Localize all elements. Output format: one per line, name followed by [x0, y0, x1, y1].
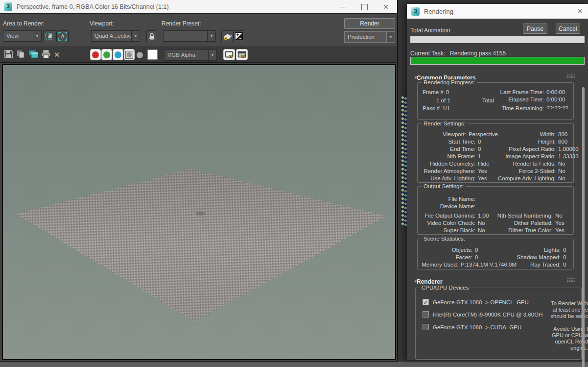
setting-row: Viewport:Perspective: [421, 131, 498, 138]
setting-row: Use Adv. Lighting:Yes: [421, 175, 498, 182]
checkbox-unchecked-icon[interactable]: [423, 324, 429, 330]
auto-region-icon: A: [58, 32, 67, 41]
rendered-image-canvas[interactable]: [2, 64, 396, 360]
color-correction-button[interactable]: [223, 49, 235, 60]
setting-row: Pixel Aspect Ratio:1.00000: [498, 146, 581, 153]
renderer-note-1: To Render With at least one de should be…: [530, 300, 588, 319]
clone-rfw-button[interactable]: [28, 49, 39, 60]
current-task-label: Current Task:: [410, 50, 445, 57]
blue-channel-icon: [115, 51, 121, 58]
pause-button[interactable]: Pause: [523, 24, 547, 34]
setting-row: Nth Frame:1: [421, 153, 498, 160]
setting-row: Video Color Check:No: [421, 220, 497, 227]
elapsed-time: Elapsed Time: 0:00:00: [494, 96, 568, 105]
display-toolbar-button[interactable]: [236, 49, 248, 60]
minimize-button[interactable]: [339, 3, 346, 10]
channel-display-dropdown[interactable]: RGB Alpha ▼: [164, 49, 217, 61]
background-color-swatch[interactable]: [147, 49, 158, 60]
scene-statistics-title: Scene Statistics:: [422, 236, 467, 242]
setting-row: Dither True Color:Yes: [497, 227, 569, 234]
device-label: Intel(R) Core(TM) i9-9900K CPU @ 3.60GH: [433, 312, 543, 318]
clear-image-button[interactable]: ✕: [54, 50, 60, 59]
dialog-close-button[interactable]: ✕: [577, 7, 583, 16]
red-channel-icon: [92, 51, 99, 58]
rollout-arrow-icon: ▼: [410, 75, 417, 80]
device-row[interactable]: ✓ GeForce GTX 1080 -> OPENCL_GPU: [423, 299, 529, 305]
device-row[interactable]: Intel(R) Core(TM) i9-9900K CPU @ 3.60GH: [423, 311, 543, 318]
dialog-scrollbar[interactable]: [582, 87, 585, 367]
alpha-channel-button[interactable]: [137, 52, 143, 58]
channel-display-value: RGB Alpha: [165, 50, 208, 60]
rfw-canvas-frame: [0, 63, 397, 361]
close-button[interactable]: ✕: [382, 3, 389, 10]
stat-row: Faces:0: [421, 254, 517, 261]
render-settings-title: Render Settings:: [422, 121, 468, 126]
area-to-render-dropdown[interactable]: View ▼: [3, 30, 42, 42]
chevron-down-icon[interactable]: ▼: [33, 31, 41, 41]
chevron-down-icon[interactable]: ▼: [131, 31, 140, 41]
pan-region-icon: [45, 32, 54, 41]
scene-statistics-group: Scene Statistics: Objects:0 Faces:0 Memo…: [417, 239, 574, 269]
render-mode-dropdown[interactable]: Production ▼: [344, 31, 395, 43]
cancel-button[interactable]: Cancel: [556, 24, 580, 34]
setting-row: Width:800: [498, 131, 581, 138]
area-to-render-label: Area to Render:: [3, 20, 45, 27]
total-animation-label: Total Animation:: [410, 27, 452, 34]
copy-icon: [16, 49, 25, 59]
device-row[interactable]: GeForce GTX 1080 -> CUDA_GPU: [423, 324, 521, 330]
monochrome-channel-button[interactable]: [124, 49, 135, 60]
alpha-channel-icon: [137, 52, 143, 58]
device-label: GeForce GTX 1080 -> CUDA_GPU: [433, 324, 521, 330]
render-preset-label: Render Preset:: [162, 20, 201, 27]
rendered-spheres-plane: [3, 65, 395, 359]
frame-number: Frame # 0: [423, 89, 485, 96]
chevron-down-icon[interactable]: ▼: [208, 50, 216, 60]
render-setup-button[interactable]: [221, 30, 234, 42]
checkbox-checked-icon[interactable]: ✓: [423, 299, 429, 305]
lock-icon: [148, 33, 155, 40]
output-settings-title: Output Settings:: [422, 183, 466, 189]
preset-separator: [167, 36, 203, 36]
dialog-titlebar: 3 Rendering ✕: [407, 4, 588, 19]
save-image-button[interactable]: [4, 49, 13, 60]
red-channel-button[interactable]: [90, 49, 101, 60]
drag-grip-icon[interactable]: ⠿⠿⠿: [566, 74, 574, 79]
file-name-row: File Name:: [421, 196, 569, 203]
auto-region-button[interactable]: A: [56, 30, 69, 42]
edit-region-button[interactable]: [43, 30, 55, 42]
setting-row: Force 2-Sided:No: [498, 168, 581, 175]
clone-window-icon: [28, 49, 39, 59]
maximize-button[interactable]: [361, 3, 368, 10]
frame-of-total: 1 of 1: [423, 96, 476, 105]
checkbox-unchecked-icon[interactable]: [423, 311, 429, 318]
viewport-dropdown[interactable]: Quad 4...ective ▼: [91, 30, 140, 42]
green-channel-button[interactable]: [101, 49, 112, 60]
setting-row: Render Atmosphere:Yes: [421, 168, 498, 175]
environment-exposure-button[interactable]: [234, 30, 244, 42]
rendering-dialog: 3 Rendering ✕ Total Animation: Pause Can…: [407, 4, 588, 360]
render-button[interactable]: Render: [344, 18, 395, 29]
rfw-title: Perspective, frame 0, RGBA Color 16 Bits…: [17, 3, 339, 10]
chevron-down-icon[interactable]: ▼: [207, 31, 215, 41]
total-animation-progressbar: [410, 36, 585, 43]
last-frame-time: Last Frame Time: 0:00:00: [494, 89, 568, 96]
teapot-icon: [223, 32, 232, 41]
copy-image-button[interactable]: [16, 49, 25, 60]
renderer-header: Renderer: [417, 278, 443, 285]
rendering-progress-title: Rendering Progress:: [422, 79, 477, 85]
rfw-toolbar-top: Area to Render: Viewport: Render Preset:…: [0, 14, 397, 47]
rfw-titlebar: 3 Perspective, frame 0, RGBA Color 16 Bi…: [0, 0, 397, 14]
chevron-down-icon[interactable]: ▼: [386, 32, 395, 42]
desktop-edge: [0, 362, 588, 367]
blue-channel-button[interactable]: [113, 49, 123, 60]
stat-row: Memory Used:P:1374.1M V:1746.0M: [421, 261, 517, 269]
area-to-render-value: View: [3, 31, 33, 41]
render-preset-dropdown[interactable]: ▼: [163, 30, 216, 42]
print-image-button[interactable]: [41, 49, 51, 60]
panel-eye-icon: [237, 51, 246, 58]
lock-viewport-button[interactable]: [146, 30, 157, 42]
3dsmax-logo-icon: 3: [411, 7, 420, 16]
stat-row: Shadow Mapped:0: [517, 254, 569, 261]
setting-row: Render to Fields:No: [498, 160, 581, 168]
drag-grip-icon[interactable]: ⠿⠿⠿: [566, 278, 574, 283]
